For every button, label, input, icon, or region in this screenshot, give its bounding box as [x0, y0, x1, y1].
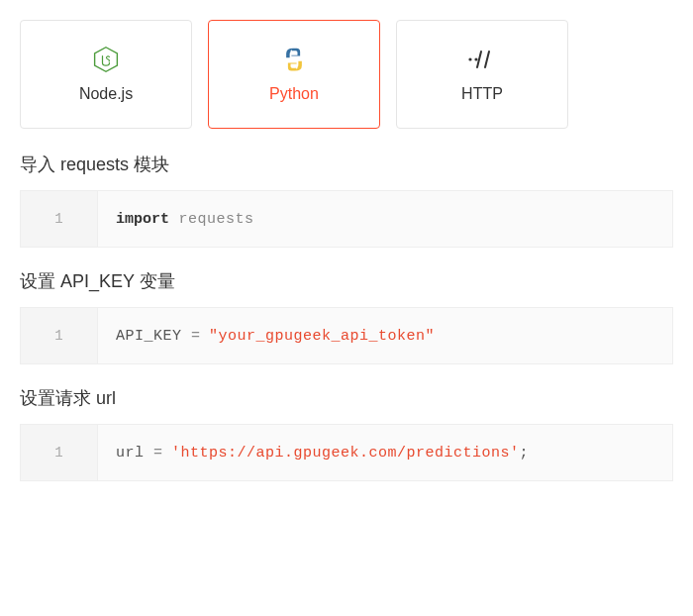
code-identifier: API_KEY [116, 328, 191, 345]
code-keyword: import [116, 211, 169, 228]
svg-marker-0 [95, 48, 118, 72]
svg-point-1 [291, 51, 293, 52]
code-block-import: 1 import requests [20, 190, 673, 248]
code-line: url = 'https://api.gpugeek.com/predictio… [98, 425, 672, 480]
tab-nodejs[interactable]: Node.js [20, 20, 192, 129]
tab-label: Node.js [79, 85, 133, 103]
section-heading-import: 导入 requests 模块 [20, 153, 673, 176]
code-string: "your_gpugeek_api_token" [209, 328, 435, 345]
code-punctuation: ; [520, 445, 529, 462]
code-line-number: 1 [21, 308, 98, 363]
tab-label: HTTP [461, 85, 503, 103]
svg-line-6 [485, 51, 489, 67]
section-heading-url: 设置请求 url [20, 386, 673, 410]
tab-python[interactable]: Python [208, 20, 380, 129]
code-line-number: 1 [21, 191, 98, 247]
svg-point-2 [296, 67, 298, 69]
code-block-url: 1 url = 'https://api.gpugeek.com/predict… [20, 424, 673, 481]
code-line: import requests [98, 191, 672, 247]
code-line-number: 1 [21, 425, 98, 480]
tab-http[interactable]: HTTP [396, 20, 568, 129]
code-operator: = [191, 328, 209, 345]
code-text: requests [169, 211, 254, 228]
code-block-apikey: 1 API_KEY = "your_gpugeek_api_token" [20, 307, 673, 364]
tab-label: Python [269, 85, 319, 103]
code-operator: = [153, 445, 171, 462]
svg-point-4 [474, 57, 477, 60]
nodejs-icon [92, 46, 120, 73]
code-identifier: url [116, 445, 153, 462]
code-string: 'https://api.gpugeek.com/predictions' [171, 445, 520, 462]
svg-point-3 [468, 57, 471, 60]
code-line: API_KEY = "your_gpugeek_api_token" [98, 308, 672, 363]
http-icon [465, 46, 499, 73]
section-heading-apikey: 设置 API_KEY 变量 [20, 269, 673, 293]
python-icon [280, 46, 308, 73]
svg-line-5 [477, 51, 481, 67]
language-tabs: Node.js Python HTTP [20, 20, 673, 129]
